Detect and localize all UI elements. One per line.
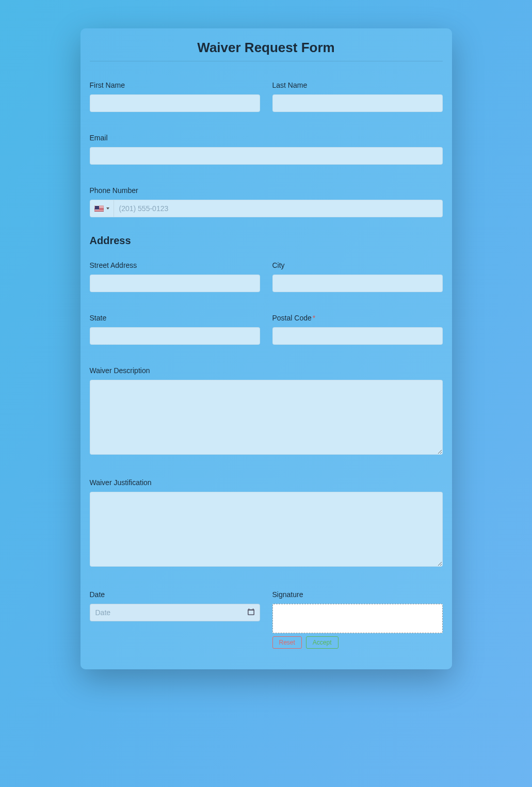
email-input[interactable] xyxy=(90,147,443,165)
us-flag-icon xyxy=(94,205,104,212)
date-field[interactable] xyxy=(90,604,260,621)
phone-input[interactable] xyxy=(114,200,442,217)
last-name-input[interactable] xyxy=(272,94,443,112)
chevron-down-icon xyxy=(106,207,109,210)
last-name-label: Last Name xyxy=(272,81,443,89)
postal-code-input[interactable] xyxy=(272,327,443,345)
postal-code-label: Postal Code* xyxy=(272,314,443,322)
street-address-input[interactable] xyxy=(90,275,260,292)
date-input[interactable] xyxy=(95,608,248,617)
first-name-input[interactable] xyxy=(90,94,260,112)
city-label: City xyxy=(272,261,443,269)
postal-code-label-text: Postal Code xyxy=(272,314,312,322)
waiver-justification-textarea[interactable] xyxy=(90,492,443,567)
signature-pad[interactable] xyxy=(272,604,443,633)
waiver-justification-label: Waiver Justification xyxy=(90,478,443,487)
required-star: * xyxy=(313,314,315,322)
state-input[interactable] xyxy=(90,327,260,345)
phone-label: Phone Number xyxy=(90,186,443,195)
email-label: Email xyxy=(90,134,443,142)
city-input[interactable] xyxy=(272,275,443,292)
waiver-description-label: Waiver Description xyxy=(90,366,443,375)
phone-field xyxy=(90,200,443,217)
phone-country-selector[interactable] xyxy=(90,200,114,217)
signature-buttons: Reset Accept xyxy=(272,636,443,649)
street-address-label: Street Address xyxy=(90,261,260,269)
date-label: Date xyxy=(90,590,260,599)
state-label: State xyxy=(90,314,260,322)
address-heading: Address xyxy=(90,235,443,247)
accept-button[interactable]: Accept xyxy=(306,636,338,649)
first-name-label: First Name xyxy=(90,81,260,89)
form-title: Waiver Request Form xyxy=(90,40,443,61)
reset-button[interactable]: Reset xyxy=(272,636,302,649)
waiver-request-form: Waiver Request Form First Name Last Name… xyxy=(80,28,452,669)
waiver-description-textarea[interactable] xyxy=(90,380,443,455)
calendar-icon xyxy=(248,608,254,617)
signature-label: Signature xyxy=(272,590,443,599)
